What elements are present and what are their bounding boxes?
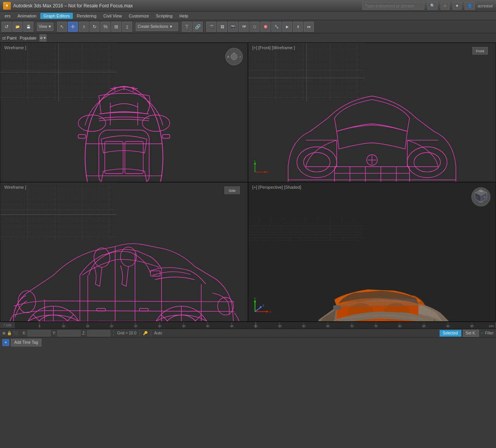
title-bar-left: ▼ Autodesk 3ds Max 2016 – Not for Resale… <box>3 2 133 10</box>
snap-button[interactable]: ⊞ <box>111 22 121 32</box>
create-selection-dropdown[interactable]: Create Selections ▼ <box>136 22 178 31</box>
svg-text:60: 60 <box>302 324 306 328</box>
render-btn-10[interactable]: ⏭ <box>304 22 314 32</box>
svg-text:Btm: Btm <box>479 201 483 203</box>
svg-point-34 <box>297 147 337 178</box>
auto-label: Auto <box>154 331 162 335</box>
search-input[interactable] <box>362 2 424 10</box>
viewport-bottom-right[interactable]: Top R L Btm X Y Z [+] [Perspective] [Sha… <box>248 182 496 322</box>
menu-item-civil-view[interactable]: Civil View <box>100 13 125 19</box>
z-input[interactable] <box>87 330 110 336</box>
status-icon-2: 🔒 <box>7 331 12 335</box>
render-btn-8[interactable]: ▶ <box>282 22 292 32</box>
app-title: Autodesk 3ds Max 2016 – Not for Resale F… <box>13 3 133 9</box>
nav-gizmo-top-right[interactable]: Front <box>472 47 492 66</box>
viewport-top-left[interactable]: Y -Y X -X Wireframe ] <box>0 43 248 182</box>
render-btn-2[interactable]: 🖼 <box>217 22 227 32</box>
viewport-top-right[interactable]: Front X Y [+] [Front] [Wireframe ] <box>248 43 496 182</box>
add-time-tag-button[interactable]: Add Time Tag <box>11 339 41 346</box>
svg-text:Side: Side <box>229 189 236 193</box>
nav-gizmo-perspective[interactable]: Top R L Btm <box>470 186 492 208</box>
menu-item-help[interactable]: Help <box>176 13 191 19</box>
svg-point-71 <box>121 247 136 266</box>
svg-point-4 <box>85 86 163 182</box>
render-btn-1[interactable]: 🎬 <box>206 22 216 32</box>
svg-text:100: 100 <box>489 324 494 328</box>
sub-toolbar-button[interactable]: ⊕▼ <box>40 34 46 41</box>
svg-text:55: 55 <box>278 324 282 328</box>
paint-label[interactable]: ct Paint <box>2 36 17 40</box>
axis-perspective: X Y Z <box>253 296 272 315</box>
set-k-button[interactable]: Set K. <box>463 330 479 337</box>
menu-item-graph-editors[interactable]: Graph Editors <box>40 13 73 19</box>
svg-marker-54 <box>265 171 267 173</box>
svg-text:Front: Front <box>476 49 484 53</box>
timeline-frame-counter[interactable]: / 100 <box>0 322 16 328</box>
nav-gizmo-bottom-left[interactable]: Side <box>224 186 244 206</box>
undo-button[interactable]: ↺ <box>2 22 12 32</box>
car-side-wireframe <box>0 183 248 322</box>
timeline-area: / 100 5 10 15 <box>0 322 496 329</box>
svg-rect-14 <box>105 141 123 174</box>
svg-text:X: X <box>227 55 229 59</box>
snap-2[interactable]: ∑ <box>122 22 132 32</box>
user-button[interactable]: 👤 <box>465 2 475 10</box>
car-front-wireframe <box>248 43 496 182</box>
x-input[interactable] <box>28 330 51 336</box>
title-bar: ▼ Autodesk 3ds Max 2016 – Not for Resale… <box>0 0 496 12</box>
render-btn-9[interactable]: ⏸ <box>293 22 303 32</box>
svg-text:25: 25 <box>134 324 138 328</box>
menu-item-animation[interactable]: Animation <box>14 13 40 19</box>
menu-item-ers[interactable]: ers <box>2 13 14 19</box>
view-dropdown[interactable]: View ▼ <box>37 22 53 31</box>
username: acrease <box>478 3 493 8</box>
selected-button[interactable]: Selected <box>439 330 462 337</box>
render-btn-4[interactable]: 🗺 <box>239 22 249 32</box>
svg-point-35 <box>407 147 447 178</box>
separator-1 <box>35 22 35 31</box>
render-btn-6[interactable]: 🎯 <box>260 22 270 32</box>
main-toolbar: ↺ 📂 💾 View ▼ ↖ ✛ 3 ↻ % ⊞ ∑ Create Select… <box>0 20 496 33</box>
car-top-wireframe <box>0 43 248 182</box>
svg-text:Z: Z <box>262 304 264 307</box>
title-bar-right: 🔍 ☆ ★ 👤 acrease <box>362 2 493 10</box>
rotate-button[interactable]: ↻ <box>90 22 100 32</box>
viewport-area: Y -Y X -X Wireframe ] <box>0 43 496 322</box>
status-bar: ⊕ 🔒 ⬛ X: Y: Z: Grid = 10.0 🔑 Auto Select… <box>0 329 496 337</box>
render-btn-5[interactable]: ⬡ <box>250 22 260 32</box>
status-icon-3: ⬛ <box>13 331 18 335</box>
svg-text:35: 35 <box>182 324 186 328</box>
nav-gizmo-top-left[interactable]: Y -Y X -X <box>224 47 244 66</box>
menu-item-customize[interactable]: Customize <box>126 13 152 19</box>
svg-rect-92 <box>140 308 148 311</box>
select-button[interactable]: ↖ <box>57 22 67 32</box>
svg-text:X: X <box>267 171 269 174</box>
save-button[interactable]: 💾 <box>23 22 33 32</box>
y-input[interactable] <box>57 330 81 336</box>
star-button[interactable]: ★ <box>453 2 462 10</box>
toolbar-3[interactable]: 3 <box>79 22 89 32</box>
scale-button[interactable]: % <box>100 22 110 32</box>
timeline-track[interactable]: 5 10 15 20 25 30 35 40 45 50 55 60 65 70… <box>16 322 496 328</box>
open-button[interactable]: 📂 <box>12 22 22 32</box>
link-button[interactable]: 🔗 <box>193 22 203 32</box>
render-btn-3[interactable]: 📷 <box>228 22 238 32</box>
viewport-bottom-left[interactable]: Side Wireframe ] <box>0 182 248 322</box>
svg-line-150 <box>255 307 262 312</box>
app-menu-button[interactable]: ▼ <box>3 2 11 10</box>
y-label: Y: <box>52 331 56 335</box>
svg-point-89 <box>218 297 234 315</box>
svg-text:70: 70 <box>350 324 354 328</box>
bookmark-button[interactable]: ☆ <box>441 2 450 10</box>
render-btn-7[interactable]: 🔧 <box>271 22 281 32</box>
filter-button[interactable]: ⊤ <box>182 22 192 32</box>
menu-item-rendering[interactable]: Rendering <box>74 13 100 19</box>
svg-text:X: X <box>269 310 272 314</box>
move-button[interactable]: ✛ <box>68 22 78 32</box>
svg-rect-19 <box>78 134 86 138</box>
svg-text:85: 85 <box>422 324 426 328</box>
search-button[interactable]: 🔍 <box>427 2 437 10</box>
menu-item-scripting[interactable]: Scripting <box>153 13 176 19</box>
svg-text:10: 10 <box>62 324 65 328</box>
populate-label[interactable]: Populate <box>20 36 36 40</box>
